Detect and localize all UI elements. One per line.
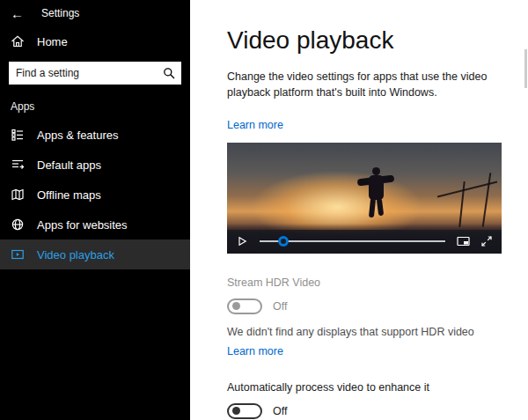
learn-more-link-hdr[interactable]: Learn more	[227, 345, 283, 357]
search-input[interactable]	[9, 62, 181, 85]
sidebar-section-apps: Apps	[0, 100, 190, 113]
video-playback-icon	[11, 247, 25, 262]
sidebar-item-label: Offline maps	[37, 188, 101, 202]
sidebar-item-label: Apps & features	[37, 129, 119, 142]
sidebar-item-label: Default apps	[37, 158, 101, 172]
page-title: Video playback	[227, 26, 528, 55]
sidebar-item-default-apps[interactable]: Default apps	[0, 150, 190, 180]
fullscreen-icon[interactable]	[480, 235, 493, 247]
content-pane: Video playback Change the video settings…	[190, 0, 528, 420]
search-icon[interactable]	[163, 67, 175, 79]
learn-more-link-top[interactable]: Learn more	[227, 119, 283, 131]
sidebar-item-offline-maps[interactable]: Offline maps	[0, 180, 190, 210]
sidebar-item-apps-features[interactable]: Apps & features	[0, 120, 190, 150]
enhance-setting-label: Automatically process video to enhance i…	[227, 381, 528, 394]
hdr-toggle-row: Off	[227, 298, 528, 314]
apps-for-websites-icon	[11, 217, 25, 232]
video-progress-knob[interactable]	[278, 236, 289, 247]
default-apps-icon	[11, 158, 25, 172]
hdr-note: We didn't find any displays that support…	[227, 326, 526, 338]
apps-features-icon	[11, 128, 25, 142]
offline-maps-icon	[11, 188, 25, 202]
settings-window: ← Settings Home Apps	[0, 0, 528, 420]
play-icon[interactable]	[236, 235, 248, 247]
sidebar-item-label: Apps for websites	[37, 218, 128, 232]
video-progress-slider[interactable]	[260, 230, 445, 254]
mini-player-icon[interactable]	[457, 235, 470, 247]
page-description: Change the video settings for apps that …	[227, 69, 519, 100]
window-title: Settings	[41, 7, 79, 19]
home-icon	[11, 34, 25, 48]
back-button[interactable]: ←	[11, 7, 24, 20]
video-controls-bar	[227, 230, 502, 254]
enhance-toggle-row: Off	[227, 403, 528, 419]
sidebar: ← Settings Home Apps	[0, 0, 190, 420]
sidebar-item-label: Video playback	[37, 248, 114, 262]
hdr-toggle[interactable]	[227, 298, 262, 314]
video-person-silhouette	[357, 166, 396, 224]
sidebar-item-home[interactable]: Home	[0, 26, 190, 56]
sidebar-item-label: Home	[37, 35, 68, 48]
enhance-toggle[interactable]	[227, 403, 262, 419]
search-box	[9, 62, 181, 85]
video-preview[interactable]	[227, 143, 502, 254]
sidebar-item-video-playback[interactable]: Video playback	[0, 239, 190, 269]
hdr-toggle-state: Off	[273, 300, 287, 313]
enhance-toggle-state: Off	[273, 405, 287, 417]
scrollbar-thumb[interactable]	[524, 49, 527, 88]
titlebar: ← Settings	[0, 0, 190, 26]
hdr-setting-label: Stream HDR Video	[227, 276, 528, 289]
sidebar-item-apps-for-websites[interactable]: Apps for websites	[0, 210, 190, 239]
enhance-toggle-knob	[232, 407, 240, 415]
hdr-toggle-knob	[232, 302, 240, 310]
